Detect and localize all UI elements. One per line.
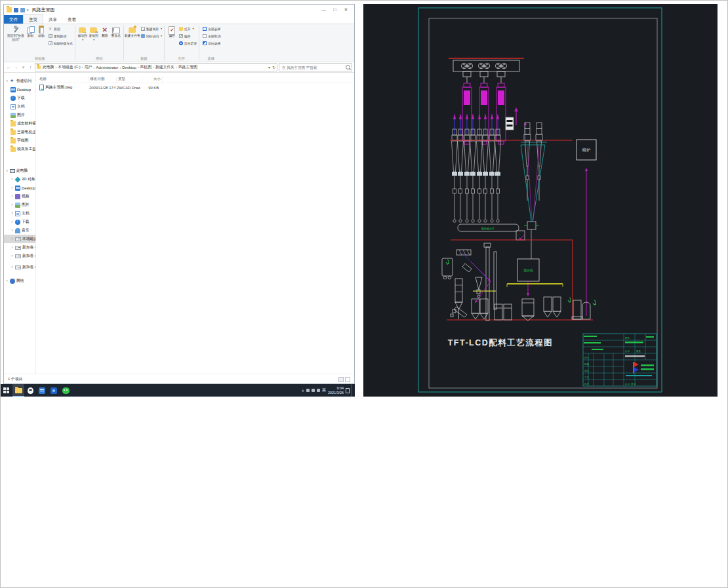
new-item-button[interactable]: 新建项目 <box>141 25 162 32</box>
easy-access-button[interactable]: 轻松访问 <box>141 32 162 39</box>
ribbon-group-new: 新建文件夹 新建项目 轻松访问 新建 <box>124 24 164 62</box>
sidebar-item-videos[interactable]: 视频 <box>4 192 35 201</box>
search-box[interactable] <box>279 63 352 71</box>
breadcrumb-administrator[interactable]: Administrator <box>92 66 119 69</box>
quick-access-toolbar-icon[interactable] <box>20 8 25 12</box>
taskbar-docs-app[interactable] <box>36 384 48 397</box>
sidebar-item-local-disk-c[interactable]: 本地磁盘 (C:) <box>4 235 35 243</box>
open-button[interactable]: 打开 <box>179 25 197 32</box>
show-desktop-button[interactable] <box>352 384 354 397</box>
sidebar-item-documents[interactable]: 文档 <box>4 209 35 218</box>
taskbar-clock[interactable]: 9:04 2021/3/26 <box>328 386 344 395</box>
sidebar-item-pictures[interactable]: 图片 <box>4 201 35 209</box>
breadcrumb[interactable]: 此电脑 本地磁盘 (C:) 用户 Administrator Desktop 风… <box>35 63 277 71</box>
copy-to-button[interactable]: 复制到 <box>89 25 99 41</box>
move-to-icon <box>78 26 87 34</box>
action-center-icon[interactable] <box>346 388 350 393</box>
cad-canvas[interactable]: 螺旋输送机 熔炉 混合机 <box>363 4 718 397</box>
properties-button[interactable]: 属性 <box>167 25 177 38</box>
column-type[interactable]: 类型 <box>117 77 142 82</box>
language-indicator[interactable]: 英 <box>322 387 326 393</box>
taskbar-blue-app[interactable] <box>48 384 60 397</box>
breadcrumb-new-folder[interactable]: 新建文件夹 <box>152 64 175 70</box>
tab-file[interactable]: 文件 <box>4 15 23 24</box>
up-button[interactable]: ↑ <box>28 65 33 69</box>
folder-icon <box>10 147 16 152</box>
invert-selection-button[interactable]: 反向选择 <box>203 39 220 47</box>
sidebar-item-this-pc[interactable]: 此电脑 <box>4 167 35 175</box>
search-input[interactable] <box>281 65 346 70</box>
dwg-file-icon <box>39 85 44 90</box>
breadcrumb-this-pc[interactable]: 此电脑 <box>42 64 54 70</box>
move-to-button[interactable]: 移动到 <box>77 25 88 41</box>
tray-icon[interactable] <box>306 389 310 392</box>
history-button[interactable]: 历史记录 <box>179 39 197 47</box>
sidebar-item-downloads[interactable]: 下载 <box>4 218 35 226</box>
tab-share[interactable]: 共享 <box>43 15 62 24</box>
taskbar-wechat[interactable] <box>60 384 71 397</box>
tray-icon[interactable] <box>312 389 315 392</box>
sidebar-item-quick-access[interactable]: 快速访问 <box>4 77 35 85</box>
back-button[interactable]: ← <box>6 65 12 69</box>
sidebar-item-pictures[interactable]: 图片 <box>4 111 35 119</box>
titlebar-caret-icon[interactable]: ▾ <box>27 8 29 12</box>
sidebar-item-new-volume-d[interactable]: 新加卷 (D:) <box>4 243 35 252</box>
breadcrumb-drive-c[interactable]: 本地磁盘 (C:) <box>54 64 81 70</box>
history-icon <box>179 41 183 45</box>
sidebar-item-desktop[interactable]: Desktop <box>4 184 35 192</box>
sidebar-item-folder[interactable]: 模具加工监理图 <box>4 145 35 153</box>
sidebar-item-folder[interactable]: 成套散料锅炉图纸 <box>4 119 35 128</box>
taskbar-qq[interactable] <box>24 384 36 397</box>
delete-icon <box>100 26 109 34</box>
paste-shortcut-button[interactable]: 粘贴快捷方式 <box>49 39 73 47</box>
select-none-button[interactable]: 全部取消 <box>203 32 220 39</box>
breadcrumb-users[interactable]: 用户 <box>81 64 93 70</box>
refresh-icon[interactable]: ↻ <box>272 65 275 69</box>
sidebar-item-downloads[interactable]: 下载 <box>4 94 35 102</box>
group-label-organize: 组织 <box>75 56 123 61</box>
hidden-icons-chevron[interactable]: ∧ <box>302 388 304 393</box>
pin-to-quick-access-button[interactable]: 固定到"快速访问" <box>7 25 24 41</box>
edit-button[interactable]: 编辑 <box>179 32 197 39</box>
maximize-button[interactable]: □ <box>329 5 340 14</box>
tray-icon[interactable] <box>317 389 320 392</box>
column-date-modified[interactable]: 修改日期 <box>89 77 117 82</box>
breadcrumb-current-folder[interactable]: 风路主管图 <box>175 64 198 70</box>
breadcrumb-desktop[interactable]: Desktop <box>119 66 136 69</box>
paste-button[interactable]: 粘贴 <box>36 25 47 38</box>
recent-locations-button[interactable]: ▾ <box>20 65 26 70</box>
docs-app-icon <box>39 387 45 394</box>
quick-access-toolbar-icon[interactable] <box>14 8 18 12</box>
copy-path-button[interactable]: 复制路径 <box>49 32 73 39</box>
column-headers: 名称 修改日期 类型 大小 <box>38 75 354 83</box>
rename-button[interactable]: 重命名 <box>111 25 121 38</box>
tab-home[interactable]: 主页 <box>23 14 43 24</box>
new-folder-button[interactable]: 新建文件夹 <box>126 25 139 38</box>
sidebar-item-3d-objects[interactable]: 3D 对象 <box>4 175 35 184</box>
sidebar-item-folder[interactable]: 字模图 <box>4 136 35 145</box>
taskbar-file-explorer[interactable] <box>12 384 24 397</box>
tab-view[interactable]: 查看 <box>62 15 81 24</box>
start-button[interactable] <box>1 384 12 397</box>
column-name[interactable]: 名称 <box>38 77 89 82</box>
breadcrumb-fan-folder[interactable]: 风机图 <box>137 64 152 70</box>
cut-button[interactable]: 剪切 <box>49 25 73 32</box>
file-row[interactable]: 风路主管图.dwg 2009/11/28 17:53 ZWCAD Drawing… <box>38 83 354 92</box>
sidebar-item-new-volume-f[interactable]: 新加卷 (F:) <box>4 263 35 271</box>
sidebar-item-documents[interactable]: 文档 <box>4 102 35 111</box>
copy-button[interactable]: 复制 <box>25 25 35 38</box>
sidebar-item-music[interactable]: 音乐 <box>4 226 35 235</box>
forward-button[interactable]: → <box>13 65 19 69</box>
thumbnail-view-icon[interactable] <box>345 377 350 382</box>
details-view-icon[interactable] <box>338 377 344 382</box>
sidebar-item-desktop[interactable]: Desktop <box>4 85 35 94</box>
close-button[interactable]: ✕ <box>340 5 352 14</box>
delete-button[interactable]: 删除 <box>100 25 110 38</box>
address-dropdown-icon[interactable]: ▾ <box>268 65 270 69</box>
select-all-button[interactable]: 全部选择 <box>203 25 220 32</box>
minimize-button[interactable]: — <box>318 5 329 14</box>
sidebar-item-new-volume-e[interactable]: 新加卷 (E:) <box>4 252 35 260</box>
column-size[interactable]: 大小 <box>142 77 163 82</box>
sidebar-item-folder[interactable]: 三菱电机企业图纸 <box>4 128 35 136</box>
sidebar-item-network[interactable]: 网络 <box>4 277 35 285</box>
